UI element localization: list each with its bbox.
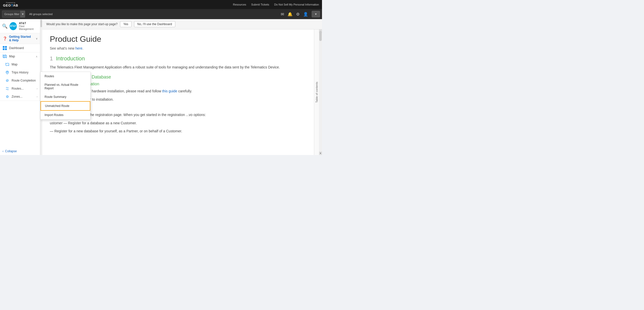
map-parent-label: Map [9, 55, 15, 58]
route-completion-icon [5, 78, 10, 83]
routes-menu-item[interactable]: Routes [41, 72, 90, 81]
unmatched-route-menu-item[interactable]: Unmatched Route [41, 101, 90, 111]
getting-started-label: Getting Started & Help [9, 35, 34, 42]
top-icons: ✉ 🔔 ⚙ 👤 ▼ [281, 11, 320, 17]
sidebar-item-zones[interactable]: ⚙ Zones... › [0, 93, 40, 101]
svg-marker-4 [3, 55, 7, 58]
map-parent-icon [3, 54, 7, 59]
section-1-num: 1 [50, 55, 53, 62]
sidebar-scroll-thumb[interactable] [41, 20, 42, 27]
scroll-thumb[interactable] [319, 31, 322, 41]
sidebar-item-getting-started[interactable]: ❓ Getting Started & Help ∨ [0, 33, 40, 44]
trips-history-icon [5, 70, 10, 75]
map-icon [5, 62, 10, 67]
map-parent-chevron: ∧ [36, 55, 37, 58]
yes-button[interactable]: Yes [120, 21, 132, 27]
sidebar-item-routes[interactable]: Routes... › [0, 85, 40, 93]
submit-tickets-link[interactable]: Submit Tickets [251, 3, 269, 6]
att-name: AT&T [19, 22, 38, 25]
privacy-link[interactable]: Do Not Sell My Personal Information [274, 3, 319, 6]
user-button[interactable]: ▼ [312, 11, 320, 17]
mail-icon[interactable]: ✉ [281, 12, 284, 17]
sidebar-item-route-completion[interactable]: Route Completion [0, 76, 40, 85]
bullet2: — Register for a new database for yourse… [50, 128, 306, 134]
top-nav-left: Powered by GEOTAB [3, 2, 18, 7]
getting-started-chevron: ∨ [36, 37, 37, 40]
product-guide-title: Product Guide [50, 34, 306, 44]
svg-rect-0 [3, 46, 5, 48]
att-logo-text: AT&T [10, 25, 17, 27]
startup-question: Would you like to make this page your st… [46, 22, 117, 26]
sidebar: 🔍 AT&T AT&T Fleet Management ❓ Getting S… [0, 19, 40, 155]
startup-bar: Would you like to make this page your st… [42, 19, 322, 29]
groups-bar: Groups filter ▼ All groups selected ✉ 🔔 … [0, 9, 322, 19]
sidebar-item-trips-history[interactable]: Trips History [0, 68, 40, 76]
resources-link[interactable]: Resources [233, 3, 246, 6]
section-1-header: 1 Introduction [50, 55, 306, 62]
svg-rect-1 [5, 46, 7, 48]
map-label: Map [12, 63, 17, 66]
user-name: ▼ [314, 13, 317, 16]
trips-history-label: Trips History [12, 71, 28, 74]
sidebar-item-dashboard[interactable]: Dashboard [0, 44, 40, 52]
groups-filter-button[interactable]: Groups filter ▼ [2, 11, 25, 18]
toc-label[interactable]: Table of contents [315, 82, 318, 103]
routes-label: Routes... [12, 87, 24, 90]
zones-icon: ⚙ [5, 94, 10, 99]
scroll-down-button[interactable]: ▼ [319, 151, 322, 155]
top-nav: Powered by GEOTAB Resources Submit Ticke… [0, 0, 322, 9]
svg-point-8 [7, 71, 8, 72]
here-link[interactable]: here [75, 46, 83, 50]
collapse-arrow: ‹ [3, 149, 4, 153]
logo-text: GEOTAB [3, 4, 18, 7]
zones-label: Zones... [12, 95, 22, 98]
planned-actual-menu-item[interactable]: Planned vs. Actual Route Report [41, 81, 90, 93]
this-guide-link[interactable]: this guide [162, 89, 177, 93]
sidebar-item-map[interactable]: Map [0, 60, 40, 68]
att-info: AT&T Fleet Management [19, 22, 38, 30]
routes-icon [5, 86, 10, 91]
collapse-button[interactable]: ‹ Collapse [0, 147, 40, 155]
bell-icon[interactable]: 🔔 [288, 12, 293, 17]
no-button[interactable]: No, I'll use the Dashboard [134, 21, 175, 27]
toc-sidebar[interactable]: Table of contents [314, 29, 319, 155]
groups-filter-caret[interactable]: ▼ [20, 11, 25, 18]
right-scrollbar[interactable]: ▲ ▼ [319, 29, 322, 155]
nav-section-dashboard: Dashboard [0, 44, 40, 52]
groups-filter-label: Groups filter [4, 13, 19, 16]
dashboard-label: Dashboard [9, 46, 24, 50]
see-whats-new: See what's new here. [50, 46, 306, 50]
section-1-title: Introduction [56, 55, 85, 62]
routes-chevron: › [37, 87, 37, 90]
dashboard-icon [3, 46, 7, 50]
svg-rect-3 [5, 48, 7, 50]
gear-icon[interactable]: ⚙ [296, 12, 300, 17]
collapse-label: Collapse [5, 149, 17, 153]
nav-section-map: Map ∧ Map Trips History Route Completio [0, 52, 40, 101]
routes-submenu: Routes Planned vs. Actual Route Report R… [40, 72, 91, 120]
import-routes-menu-item[interactable]: Import Routes [41, 111, 90, 119]
bullet1: ustomer — Register for a database as a n… [50, 120, 306, 126]
route-summary-menu-item[interactable]: Route Summary [41, 93, 90, 101]
svg-marker-7 [6, 63, 9, 66]
sidebar-item-map-parent[interactable]: Map ∧ [0, 52, 40, 60]
nav-section-help: ❓ Getting Started & Help ∨ [0, 33, 40, 44]
zones-chevron: › [37, 95, 37, 98]
top-nav-right: Resources Submit Tickets Do Not Sell My … [233, 3, 319, 6]
sidebar-header: 🔍 AT&T AT&T Fleet Management [0, 19, 40, 33]
groups-selected-text: All groups selected [29, 13, 53, 16]
att-logo: AT&T [10, 22, 17, 30]
section-1-body: The Telematics Fleet Management Applicat… [50, 64, 306, 70]
att-sub: Fleet Management [19, 25, 38, 30]
main-layout: 🔍 AT&T AT&T Fleet Management ❓ Getting S… [0, 19, 322, 155]
route-completion-label: Route Completion [12, 79, 36, 82]
powered-by-text: Powered by [6, 2, 15, 4]
help-icon: ❓ [3, 36, 7, 41]
geotab-logo: Powered by GEOTAB [3, 2, 18, 7]
svg-rect-2 [3, 48, 5, 50]
user-icon[interactable]: 👤 [303, 12, 308, 17]
sidebar-search-icon[interactable]: 🔍 [2, 23, 8, 29]
